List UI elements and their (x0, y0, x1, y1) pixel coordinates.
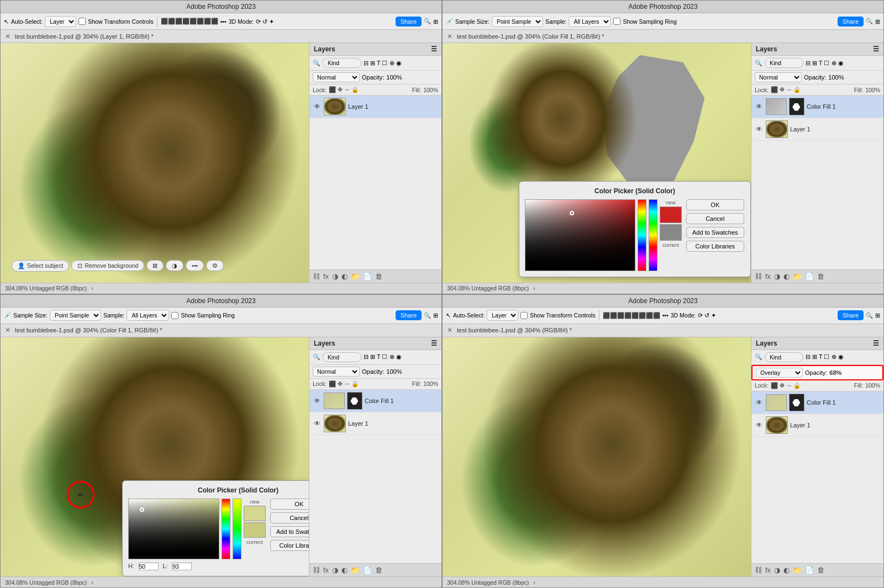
color-fill-layer-3[interactable]: 👁 Color Fill 1 (309, 390, 441, 412)
layer-1-item-2[interactable]: 👁 Layer 1 (751, 118, 883, 141)
arrange-icon-3[interactable]: ⊞ (433, 312, 438, 319)
h-input[interactable] (139, 563, 159, 570)
mask-add-icon[interactable]: ◑ (332, 272, 338, 280)
arrange-icon-2[interactable]: ⊞ (875, 18, 880, 25)
show-transform-checkbox-4[interactable] (520, 312, 528, 319)
fx-icon[interactable]: fx (323, 272, 329, 280)
close-doc-icon[interactable]: ✕ (5, 33, 10, 40)
search-icon-2[interactable]: 🔍 (866, 18, 873, 25)
adjustment-icon-3[interactable]: ◐ (341, 566, 348, 574)
layer-1-item-3[interactable]: 👁 Layer 1 (309, 412, 441, 435)
more-icon[interactable]: ••• (220, 18, 227, 25)
transform-btn[interactable]: ⊠ (146, 260, 164, 271)
ok-button-3[interactable]: OK (270, 499, 309, 510)
color-libraries-button-3[interactable]: Color Libraries (270, 540, 309, 551)
settings-btn[interactable]: ⚙ (206, 260, 224, 271)
delete-layer-icon-3[interactable]: 🗑 (375, 566, 382, 574)
delete-layer-icon-2[interactable]: 🗑 (817, 272, 824, 280)
sample-size-select-3[interactable]: Point Sample (50, 310, 101, 321)
mask-btn[interactable]: ◑ (166, 260, 183, 271)
status-arrow-2[interactable]: › (533, 285, 535, 292)
new-layer-icon-4[interactable]: 📄 (805, 566, 814, 574)
eye-icon-cf-4[interactable]: 👁 (755, 398, 764, 407)
group-icon-3[interactable]: 📁 (351, 566, 360, 574)
color-fill-layer-4[interactable]: 👁 Color Fill 1 (751, 391, 883, 414)
sample-size-select[interactable]: Point Sample (492, 16, 543, 27)
link-icon-4[interactable]: ⛓ (755, 566, 762, 574)
blend-mode-select-3[interactable]: Normal (313, 367, 360, 377)
eye-icon-l1-3[interactable]: 👁 (313, 419, 322, 428)
link-icon[interactable]: ⛓ (313, 272, 320, 280)
search-icon-4[interactable]: 🔍 (866, 312, 873, 319)
layers-close-icon-2[interactable]: ☰ (873, 45, 879, 53)
hue-strip-3[interactable] (222, 499, 230, 559)
layers-kind-input[interactable] (323, 58, 361, 68)
select-subject-button[interactable]: 👤 Select subject (12, 260, 69, 272)
layers-kind-input-4[interactable] (765, 352, 803, 362)
group-icon-2[interactable]: 📁 (793, 272, 802, 280)
layers-kind-input-3[interactable] (323, 352, 361, 362)
all-layers-select-3[interactable]: All Layers (127, 310, 169, 321)
all-layers-select[interactable]: All Layers (569, 16, 611, 27)
auto-select-dropdown-4[interactable]: Layer (487, 310, 518, 321)
color-gradient-2[interactable] (525, 199, 635, 271)
mask-add-icon-4[interactable]: ◑ (774, 566, 780, 574)
share-button-3[interactable]: Share (396, 310, 422, 320)
link-icon-3[interactable]: ⛓ (313, 566, 320, 574)
close-doc-icon-4[interactable]: ✕ (447, 326, 452, 334)
layers-kind-input-2[interactable] (765, 58, 803, 68)
eye-icon-cf-2[interactable]: 👁 (755, 102, 764, 111)
hue-strip-2[interactable] (638, 199, 646, 271)
cancel-button-3[interactable]: Cancel (270, 512, 309, 523)
group-icon-4[interactable]: 📁 (793, 566, 802, 574)
adjustment-icon-4[interactable]: ◐ (783, 566, 790, 574)
layers-close-icon-4[interactable]: ☰ (873, 340, 879, 347)
adjustment-icon[interactable]: ◐ (341, 272, 348, 280)
mask-add-icon-3[interactable]: ◑ (332, 566, 338, 574)
status-arrow-3[interactable]: › (91, 579, 93, 586)
arrange-icon-4[interactable]: ⊞ (875, 312, 880, 319)
add-to-swatches-button-2[interactable]: Add to Swatches (686, 227, 744, 238)
blend-mode-select-1[interactable]: Normal (313, 72, 360, 82)
arrange-icon[interactable]: ⊞ (433, 18, 438, 25)
cancel-button-2[interactable]: Cancel (686, 213, 744, 224)
search-icon[interactable]: 🔍 (424, 18, 431, 25)
delete-layer-icon[interactable]: 🗑 (375, 272, 382, 280)
fx-icon-4[interactable]: fx (765, 566, 771, 574)
more-options-btn[interactable]: ••• (186, 260, 204, 271)
s-input[interactable] (172, 563, 192, 570)
color-fill-layer-2[interactable]: 👁 Color Fill 1 (751, 96, 883, 118)
add-to-swatches-button-3[interactable]: Add to Swatches (270, 526, 309, 537)
delete-layer-icon-4[interactable]: 🗑 (817, 566, 824, 574)
eye-icon-cf-3[interactable]: 👁 (313, 396, 322, 405)
adjustment-icon-2[interactable]: ◐ (783, 272, 790, 280)
new-layer-icon[interactable]: 📄 (363, 272, 372, 280)
sat-strip-2[interactable] (649, 199, 657, 271)
layers-close-icon[interactable]: ☰ (431, 45, 437, 53)
share-button[interactable]: Share (396, 17, 422, 27)
group-icon[interactable]: 📁 (351, 272, 360, 280)
new-layer-icon-2[interactable]: 📄 (805, 272, 814, 280)
show-sampling-ring-cb[interactable] (613, 18, 620, 25)
link-icon-2[interactable]: ⛓ (755, 272, 762, 280)
color-libraries-button-2[interactable]: Color Libraries (686, 241, 744, 252)
close-doc-icon-2[interactable]: ✕ (447, 33, 452, 40)
show-sampling-ring-cb-3[interactable] (171, 312, 178, 319)
eye-icon-1[interactable]: 👁 (313, 102, 322, 111)
color-gradient-3[interactable] (128, 499, 219, 559)
close-doc-icon-3[interactable]: ✕ (5, 326, 10, 334)
fx-icon-3[interactable]: fx (323, 566, 329, 574)
blend-mode-select-2[interactable]: Normal (755, 72, 802, 82)
layers-close-icon-3[interactable]: ☰ (431, 340, 437, 347)
status-arrow-1[interactable]: › (91, 285, 93, 292)
remove-background-button[interactable]: ⊡ Remove background (71, 260, 144, 271)
share-button-4[interactable]: Share (838, 310, 864, 320)
more-icon-4[interactable]: ••• (662, 312, 669, 319)
new-layer-icon-3[interactable]: 📄 (363, 566, 372, 574)
share-button-2[interactable]: Share (838, 17, 864, 27)
blend-mode-select-4[interactable]: Overlay Normal Multiply (756, 368, 803, 378)
layer-item-1[interactable]: 👁 Layer 1 (309, 96, 441, 118)
status-arrow-4[interactable]: › (533, 579, 535, 586)
fx-icon-2[interactable]: fx (765, 272, 771, 280)
sat-strip-3[interactable] (233, 499, 241, 559)
